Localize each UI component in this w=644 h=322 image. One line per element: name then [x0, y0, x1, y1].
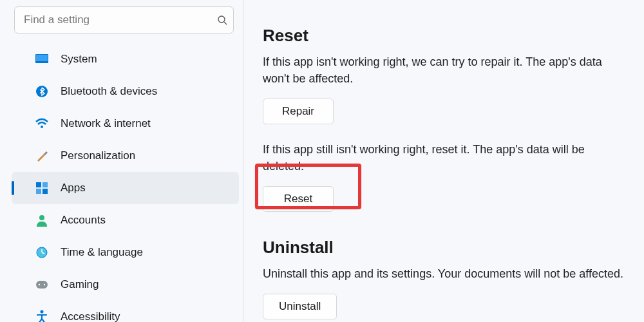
sidebar-item-personalization[interactable]: Personalization: [12, 140, 239, 172]
repair-description: If this app isn't working right, we can …: [263, 53, 623, 87]
wifi-icon: [35, 117, 49, 131]
sidebar-item-label: Accounts: [61, 214, 106, 227]
sidebar-item-apps[interactable]: Apps: [12, 172, 239, 204]
nav-list: System Bluetooth & devices Network & int…: [0, 43, 243, 322]
svg-rect-15: [36, 281, 48, 289]
uninstall-section: Uninstall Uninstall this app and its set…: [263, 238, 625, 319]
svg-point-0: [218, 16, 225, 23]
sidebar-item-bluetooth[interactable]: Bluetooth & devices: [12, 75, 239, 108]
sidebar: System Bluetooth & devices Network & int…: [0, 0, 243, 322]
search-wrapper: [14, 6, 234, 33]
sidebar-item-network[interactable]: Network & internet: [12, 108, 239, 140]
sidebar-item-label: Accessibility: [61, 310, 120, 322]
repair-button[interactable]: Repair: [263, 99, 334, 124]
sidebar-item-label: Time & language: [61, 246, 143, 259]
svg-rect-7: [43, 182, 48, 187]
apps-icon: [35, 181, 49, 195]
main-content: Reset If this app isn't working right, w…: [243, 0, 644, 322]
reset-button[interactable]: Reset: [263, 186, 334, 212]
monitor-icon: [35, 52, 49, 66]
gamepad-icon: [35, 278, 49, 292]
reset-heading: Reset: [263, 26, 625, 46]
person-icon: [35, 213, 49, 227]
brush-icon: [35, 149, 49, 163]
svg-point-17: [44, 284, 45, 285]
svg-rect-6: [36, 182, 41, 187]
search-input[interactable]: [14, 6, 234, 33]
svg-point-5: [41, 126, 43, 128]
sidebar-item-time-language[interactable]: Time & language: [12, 236, 239, 269]
svg-point-16: [39, 284, 40, 285]
svg-rect-8: [36, 189, 41, 194]
sidebar-item-accounts[interactable]: Accounts: [12, 204, 239, 236]
sidebar-item-gaming[interactable]: Gaming: [12, 269, 239, 301]
uninstall-heading: Uninstall: [263, 238, 625, 258]
sidebar-item-accessibility[interactable]: Accessibility: [12, 301, 239, 322]
sidebar-item-label: Gaming: [61, 278, 99, 291]
svg-line-1: [224, 22, 227, 24]
svg-point-10: [39, 215, 44, 220]
sidebar-item-label: Bluetooth & devices: [61, 85, 157, 98]
uninstall-description: Uninstall this app and its settings. You…: [263, 265, 625, 282]
sidebar-item-label: Personalization: [61, 149, 135, 162]
svg-rect-3: [36, 55, 48, 61]
sidebar-item-label: Network & internet: [61, 117, 151, 130]
accessibility-icon: [35, 310, 49, 322]
svg-rect-9: [43, 189, 48, 194]
reset-description: If this app still isn't working right, r…: [263, 141, 625, 175]
uninstall-button[interactable]: Uninstall: [263, 294, 337, 319]
clock-icon: [35, 245, 49, 260]
bluetooth-icon: [35, 84, 49, 99]
svg-point-18: [41, 310, 44, 314]
search-icon[interactable]: [217, 15, 227, 25]
sidebar-item-system[interactable]: System: [12, 43, 239, 75]
sidebar-item-label: Apps: [61, 182, 86, 194]
reset-section: Reset If this app isn't working right, w…: [263, 26, 625, 212]
sidebar-item-label: System: [61, 53, 97, 66]
